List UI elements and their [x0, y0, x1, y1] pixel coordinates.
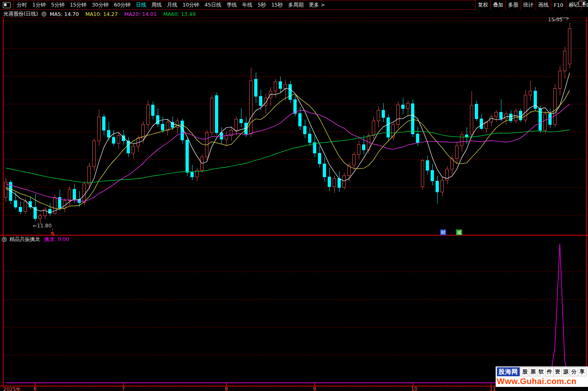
indicator-value: 擒龙: 0.00 [44, 236, 69, 243]
axis-month-label: 6 [34, 386, 37, 391]
low-price-annotation: ←11.80 [33, 222, 51, 229]
window-layout-icon[interactable] [3, 2, 11, 8]
watermark-tagline-char: 源 [561, 367, 570, 376]
menu-item-13[interactable]: 年线 [242, 2, 252, 9]
indicator-name[interactable]: 精品共振擒龙 [9, 236, 40, 243]
event-badge-1[interactable]: 财 [440, 229, 446, 235]
indicator-header: 精品共振擒龙 擒龙: 0.00 [0, 236, 69, 243]
ma-label-2: MA10: 14.27 [85, 11, 118, 17]
menu-item-3[interactable]: 5分钟 [51, 2, 65, 9]
watermark-tagline: 股票软件资源分享 [521, 367, 586, 376]
ma-label-1: MA5: 14.70 [50, 11, 79, 17]
menu-item-14[interactable]: 5秒 [257, 2, 266, 9]
watermark-tagline-char: 分 [570, 367, 578, 376]
stock-title[interactable]: 光莆股份(日线) [3, 11, 38, 18]
menu-item-16[interactable]: 多周期 [288, 2, 304, 9]
watermark-tagline-char: 股 [521, 367, 529, 376]
watermark-url: Www.Guhai.com.cn [497, 376, 587, 386]
diamond-icon[interactable]: ◇ [570, 1, 575, 7]
watermark-site-name: 股海网 [497, 367, 520, 376]
chevron-down-icon[interactable] [41, 11, 47, 17]
menu-item-17[interactable]: 更多 > [309, 2, 325, 9]
menu-item-7[interactable]: 日线 [136, 2, 146, 9]
menu-item-2[interactable]: 1分钟 [32, 2, 46, 9]
ma-label-3: MA20: 14.01 [124, 11, 157, 17]
app-window: 分时1分钟5分钟15分钟30分钟60分钟日线周线月线10分钟45日线季线年线5秒… [0, 0, 588, 391]
watermark-tagline-char: 软 [537, 367, 546, 376]
event-badge-2[interactable]: 减 [456, 229, 462, 235]
axis-month-label: 8 [225, 386, 228, 391]
watermark: 股海网 股票软件资源分享 Www.Guhai.com.cn [496, 366, 588, 387]
menu-item-12[interactable]: 季线 [226, 2, 237, 9]
menu-item-5[interactable]: 30分钟 [92, 2, 109, 9]
toolbar-button-4[interactable]: 统计 [521, 0, 536, 10]
high-annotation-arrow [552, 16, 573, 23]
toolbar-button-2[interactable]: 叠加 [490, 0, 505, 10]
ma-value-labels: MA5: 14.70MA10: 14.27MA20: 14.01MA60: 13… [50, 11, 202, 17]
watermark-tagline-char: 享 [578, 367, 586, 376]
axis-month-label: 9 [313, 386, 316, 391]
toolbar-button-5[interactable]: 画线 [536, 0, 551, 10]
toolbar-button-3[interactable]: 多股 [505, 0, 521, 10]
menubar-separator [13, 0, 13, 9]
menu-item-11[interactable]: 45日线 [205, 2, 221, 9]
stock-title-bar: 光莆股份(日线) MA5: 14.70MA10: 14.27MA20: 14.0… [0, 10, 588, 18]
menu-item-4[interactable]: 15分钟 [70, 2, 87, 9]
axis-month-label: 10 [411, 386, 417, 391]
sell-signal-marker: S [51, 228, 54, 237]
watermark-tagline-char: 资 [553, 367, 562, 376]
menu-item-6[interactable]: 60分钟 [114, 2, 131, 9]
ma-label-4: MA60: 13.49 [163, 11, 195, 17]
axis-month-label: 11 [490, 386, 496, 391]
candlestick-chart [0, 0, 588, 391]
panel-layout-icon[interactable] [579, 1, 586, 7]
axis-month-label: 2025年 [3, 386, 21, 391]
toolbar-button-6[interactable]: F10 [551, 0, 566, 10]
menu-item-8[interactable]: 周线 [152, 2, 162, 9]
menu-item-9[interactable]: 月线 [167, 2, 177, 9]
watermark-tagline-char: 票 [529, 367, 537, 376]
period-menu-items: 分时1分钟5分钟15分钟30分钟60分钟日线周线月线10分钟45日线季线年线5秒… [17, 2, 330, 9]
chevron-down-icon[interactable] [2, 237, 7, 242]
toolbar-button-1[interactable]: 复权 [475, 0, 490, 10]
menu-item-1[interactable]: 分时 [17, 2, 27, 9]
axis-month-label: 7 [122, 386, 125, 391]
menu-item-15[interactable]: 15秒 [271, 2, 283, 9]
menu-item-10[interactable]: 10分钟 [183, 2, 199, 9]
watermark-tagline-char: 件 [545, 367, 554, 376]
